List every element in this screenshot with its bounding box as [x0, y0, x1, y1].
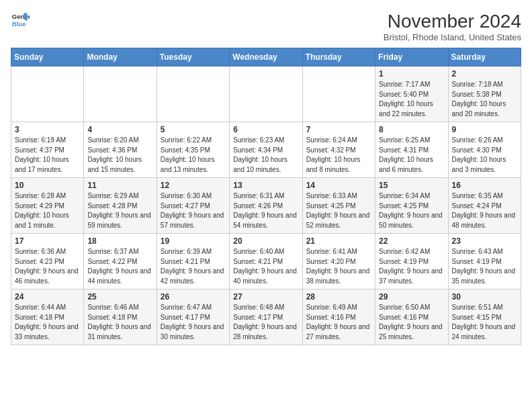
day-info: Sunrise: 6:25 AM Sunset: 4:31 PM Dayligh…	[379, 136, 444, 175]
day-number: 6	[233, 125, 298, 134]
day-number: 27	[233, 292, 298, 302]
calendar-cell: 5Sunrise: 6:22 AM Sunset: 4:35 PM Daylig…	[157, 122, 229, 178]
day-info: Sunrise: 6:30 AM Sunset: 4:27 PM Dayligh…	[161, 191, 226, 230]
calendar-cell: 20Sunrise: 6:40 AM Sunset: 4:21 PM Dayli…	[230, 234, 302, 289]
day-info: Sunrise: 6:40 AM Sunset: 4:21 PM Dayligh…	[233, 247, 298, 286]
day-number: 23	[452, 236, 517, 246]
page-header: General Blue November 2024 Bristol, Rhod…	[11, 11, 521, 42]
calendar-cell: 11Sunrise: 6:29 AM Sunset: 4:28 PM Dayli…	[84, 178, 157, 234]
calendar-body: 1Sunrise: 7:17 AM Sunset: 5:40 PM Daylig…	[11, 66, 521, 345]
day-number: 1	[379, 69, 444, 79]
weekday-header: Thursday	[302, 48, 375, 66]
day-info: Sunrise: 6:26 AM Sunset: 4:30 PM Dayligh…	[452, 136, 517, 175]
day-info: Sunrise: 7:18 AM Sunset: 5:38 PM Dayligh…	[452, 80, 517, 119]
calendar-cell: 30Sunrise: 6:51 AM Sunset: 4:15 PM Dayli…	[448, 289, 521, 345]
day-info: Sunrise: 6:42 AM Sunset: 4:19 PM Dayligh…	[379, 247, 444, 286]
day-info: Sunrise: 6:20 AM Sunset: 4:36 PM Dayligh…	[87, 136, 152, 175]
calendar-cell: 27Sunrise: 6:48 AM Sunset: 4:17 PM Dayli…	[230, 289, 302, 345]
day-number: 3	[15, 125, 80, 134]
day-number: 26	[161, 292, 226, 302]
calendar-cell: 9Sunrise: 6:26 AM Sunset: 4:30 PM Daylig…	[448, 122, 521, 178]
header-row: SundayMondayTuesdayWednesdayThursdayFrid…	[11, 48, 521, 66]
day-info: Sunrise: 6:50 AM Sunset: 4:16 PM Dayligh…	[379, 303, 444, 342]
logo: General Blue	[11, 11, 30, 30]
weekday-header: Friday	[375, 48, 448, 66]
calendar-cell: 25Sunrise: 6:46 AM Sunset: 4:18 PM Dayli…	[84, 289, 157, 345]
day-info: Sunrise: 6:34 AM Sunset: 4:25 PM Dayligh…	[379, 191, 444, 230]
day-info: Sunrise: 6:35 AM Sunset: 4:24 PM Dayligh…	[452, 191, 517, 230]
calendar-cell	[302, 66, 375, 122]
calendar-cell: 23Sunrise: 6:43 AM Sunset: 4:19 PM Dayli…	[448, 234, 521, 289]
day-number: 29	[379, 292, 444, 302]
day-info: Sunrise: 6:51 AM Sunset: 4:15 PM Dayligh…	[452, 303, 517, 342]
day-info: Sunrise: 6:43 AM Sunset: 4:19 PM Dayligh…	[452, 247, 517, 286]
day-number: 13	[233, 181, 298, 190]
calendar-cell: 14Sunrise: 6:33 AM Sunset: 4:25 PM Dayli…	[302, 178, 375, 234]
day-info: Sunrise: 6:39 AM Sunset: 4:21 PM Dayligh…	[161, 247, 226, 286]
day-info: Sunrise: 6:23 AM Sunset: 4:34 PM Dayligh…	[233, 136, 298, 175]
weekday-header: Monday	[84, 48, 157, 66]
calendar-week-row: 1Sunrise: 7:17 AM Sunset: 5:40 PM Daylig…	[11, 66, 521, 122]
day-info: Sunrise: 6:19 AM Sunset: 4:37 PM Dayligh…	[15, 136, 80, 175]
calendar-cell: 7Sunrise: 6:24 AM Sunset: 4:32 PM Daylig…	[302, 122, 375, 178]
day-info: Sunrise: 6:24 AM Sunset: 4:32 PM Dayligh…	[306, 136, 371, 175]
calendar-cell: 22Sunrise: 6:42 AM Sunset: 4:19 PM Dayli…	[375, 234, 448, 289]
day-number: 19	[161, 236, 226, 246]
calendar-week-row: 24Sunrise: 6:44 AM Sunset: 4:18 PM Dayli…	[11, 289, 521, 345]
title-block: November 2024 Bristol, Rhode Island, Uni…	[384, 11, 521, 42]
day-info: Sunrise: 6:46 AM Sunset: 4:18 PM Dayligh…	[87, 303, 152, 342]
weekday-header: Saturday	[448, 48, 521, 66]
day-info: Sunrise: 6:33 AM Sunset: 4:25 PM Dayligh…	[306, 191, 371, 230]
calendar-cell: 18Sunrise: 6:37 AM Sunset: 4:22 PM Dayli…	[84, 234, 157, 289]
day-info: Sunrise: 7:17 AM Sunset: 5:40 PM Dayligh…	[379, 80, 444, 119]
day-info: Sunrise: 6:48 AM Sunset: 4:17 PM Dayligh…	[233, 303, 298, 342]
day-number: 22	[379, 236, 444, 246]
day-info: Sunrise: 6:36 AM Sunset: 4:23 PM Dayligh…	[15, 247, 80, 286]
day-number: 11	[87, 181, 152, 190]
day-info: Sunrise: 6:41 AM Sunset: 4:20 PM Dayligh…	[306, 247, 371, 286]
calendar-week-row: 17Sunrise: 6:36 AM Sunset: 4:23 PM Dayli…	[11, 234, 521, 289]
day-info: Sunrise: 6:29 AM Sunset: 4:28 PM Dayligh…	[87, 191, 152, 230]
calendar-cell: 19Sunrise: 6:39 AM Sunset: 4:21 PM Dayli…	[157, 234, 229, 289]
calendar-cell: 4Sunrise: 6:20 AM Sunset: 4:36 PM Daylig…	[84, 122, 157, 178]
calendar-cell: 26Sunrise: 6:47 AM Sunset: 4:17 PM Dayli…	[157, 289, 229, 345]
calendar-cell: 6Sunrise: 6:23 AM Sunset: 4:34 PM Daylig…	[230, 122, 302, 178]
day-number: 30	[452, 292, 517, 302]
calendar-cell: 13Sunrise: 6:31 AM Sunset: 4:26 PM Dayli…	[230, 178, 302, 234]
day-info: Sunrise: 6:22 AM Sunset: 4:35 PM Dayligh…	[161, 136, 226, 175]
calendar-cell: 3Sunrise: 6:19 AM Sunset: 4:37 PM Daylig…	[11, 122, 84, 178]
day-number: 20	[233, 236, 298, 246]
calendar-cell	[11, 66, 84, 122]
calendar-cell: 12Sunrise: 6:30 AM Sunset: 4:27 PM Dayli…	[157, 178, 229, 234]
svg-text:Blue: Blue	[12, 20, 26, 28]
day-info: Sunrise: 6:44 AM Sunset: 4:18 PM Dayligh…	[15, 303, 80, 342]
day-number: 9	[452, 125, 517, 134]
weekday-header: Sunday	[11, 48, 84, 66]
day-number: 25	[87, 292, 152, 302]
calendar-cell: 21Sunrise: 6:41 AM Sunset: 4:20 PM Dayli…	[302, 234, 375, 289]
calendar-cell: 15Sunrise: 6:34 AM Sunset: 4:25 PM Dayli…	[375, 178, 448, 234]
calendar-cell: 8Sunrise: 6:25 AM Sunset: 4:31 PM Daylig…	[375, 122, 448, 178]
day-number: 5	[161, 125, 226, 134]
weekday-header: Tuesday	[157, 48, 229, 66]
day-number: 17	[15, 236, 80, 246]
calendar-cell: 1Sunrise: 7:17 AM Sunset: 5:40 PM Daylig…	[375, 66, 448, 122]
day-number: 28	[306, 292, 371, 302]
calendar-cell	[157, 66, 229, 122]
day-number: 24	[15, 292, 80, 302]
calendar-cell	[230, 66, 302, 122]
day-number: 14	[306, 181, 371, 190]
day-number: 18	[87, 236, 152, 246]
day-number: 4	[87, 125, 152, 134]
day-number: 10	[15, 181, 80, 190]
day-info: Sunrise: 6:37 AM Sunset: 4:22 PM Dayligh…	[87, 247, 152, 286]
calendar-cell: 2Sunrise: 7:18 AM Sunset: 5:38 PM Daylig…	[448, 66, 521, 122]
day-number: 21	[306, 236, 371, 246]
day-number: 7	[306, 125, 371, 134]
weekday-header: Wednesday	[230, 48, 302, 66]
calendar-cell: 16Sunrise: 6:35 AM Sunset: 4:24 PM Dayli…	[448, 178, 521, 234]
day-info: Sunrise: 6:49 AM Sunset: 4:16 PM Dayligh…	[306, 303, 371, 342]
month-title: November 2024	[384, 11, 521, 32]
calendar-cell: 29Sunrise: 6:50 AM Sunset: 4:16 PM Dayli…	[375, 289, 448, 345]
calendar-cell: 10Sunrise: 6:28 AM Sunset: 4:29 PM Dayli…	[11, 178, 84, 234]
